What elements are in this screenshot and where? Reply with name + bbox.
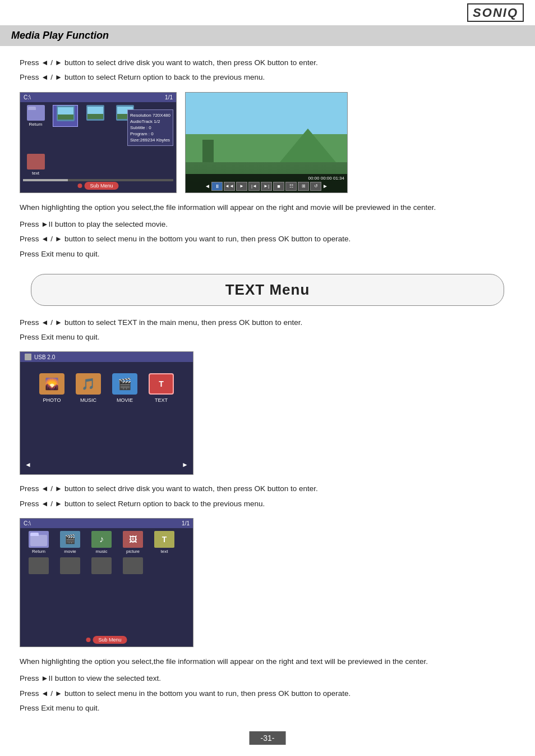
movie-symbol: 🎬: [118, 377, 132, 391]
fb2-empty-icon-2: [60, 557, 80, 574]
fb-resolution: Resolution 720X480: [130, 112, 170, 118]
fb2-music: ♪ music: [87, 531, 116, 554]
usb-photo-icon: 🌄: [39, 373, 64, 395]
movie-icon-symbol: 🎬: [64, 534, 76, 544]
play-button[interactable]: ►: [236, 182, 247, 191]
fb-program: Program : 0: [130, 131, 170, 137]
fb2-empty-icon-4: [123, 557, 143, 574]
instruction-text-1: Press ◄ / ► button to select drive disk …: [20, 58, 318, 67]
fb2-content: Return 🎬 movie ♪ music 🖼 picture: [20, 528, 193, 578]
main-content: Press ◄ / ► button to select drive disk …: [0, 57, 535, 714]
exit-text-1: Press Exit menu to quit.: [20, 250, 100, 258]
instruction-2: Press ◄ / ► button to select Return opti…: [20, 72, 515, 83]
video-landscape: [186, 93, 347, 163]
desc-block-1: When highlighting the option you select,…: [20, 201, 515, 214]
usb-left-arrow: ◄: [25, 461, 31, 469]
exit-instruction-2: Press Exit menu to quit.: [20, 703, 515, 714]
fb-return-label: Return: [29, 122, 42, 127]
skipfwd-icon: ►|: [264, 184, 269, 189]
fb2-movie: 🎬 movie: [56, 531, 84, 554]
fb-page: 1/1: [165, 94, 173, 100]
run-text: Press ◄ / ► button to select menu in the…: [20, 689, 350, 698]
usb-movie-icon: 🎬: [112, 373, 137, 395]
fb2-folder-icon: [29, 531, 49, 548]
extra-btn-1[interactable]: ☷: [285, 182, 297, 191]
instruction-1: Press ◄ / ► button to select drive disk …: [20, 57, 515, 68]
usb-music-icon: 🎵: [76, 373, 101, 395]
control-buttons-row: ◄ ◄◄ ► |◄ ►| ■ ☷ ⊞ ↺ ►: [188, 182, 344, 191]
desc-block-2: When highlighting the option you select,…: [20, 656, 515, 668]
fb-image-icon-2: [86, 105, 104, 121]
tree-shape: [202, 140, 214, 162]
fb2-bottom: Sub Menu: [86, 636, 127, 644]
fb-bottom-item: text: [23, 154, 48, 176]
text-icon-symbol: T: [162, 535, 167, 544]
fb-bottom: Sub Menu: [77, 182, 118, 190]
page-title: Media Play Function: [11, 30, 524, 42]
sub-menu-button[interactable]: Sub Menu: [84, 182, 118, 190]
exit-text-2: Press Exit menu to quit.: [20, 704, 100, 712]
usb-text-icon: T: [149, 373, 174, 395]
fb-audio: AudioTrack 1/2: [130, 118, 170, 125]
fb2-page: 1/1: [182, 520, 190, 526]
fb2-text-label: text: [161, 549, 168, 554]
fb-folder-icon: [27, 105, 45, 121]
view-instruction: Press ►II button to view the selected te…: [20, 673, 515, 684]
fb-item-1: [53, 105, 78, 127]
page-footer: -31-: [250, 731, 286, 745]
s2-text-2: Press Exit menu to quit.: [20, 333, 100, 341]
fb2-picture: 🖼 picture: [119, 531, 147, 554]
fb2-empty-icon-3: [91, 557, 112, 574]
usb-movie-item: 🎬 MOVIE: [112, 373, 137, 403]
drive-instruction-1: Press ◄ / ► button to select drive disk …: [20, 483, 515, 494]
play-instruction: Press ►II button to play the selected mo…: [20, 219, 515, 230]
usb-nav-row: ◄ ►: [20, 461, 193, 469]
extra-btn-2[interactable]: ⊞: [298, 182, 309, 191]
progress-bar-bg: [23, 179, 173, 181]
skipback-button[interactable]: |◄: [248, 182, 260, 191]
music-icon-symbol: ♪: [99, 534, 104, 544]
usb-menu-screenshot: USB 2.0 🌄 PHOTO 🎵 MUSIC 🎬 MOVIE: [20, 351, 193, 475]
fb2-music-label: music: [96, 549, 108, 554]
fb2-text: T text: [150, 531, 178, 554]
video-controls: 00:00 00:00 01:34 ◄ ◄◄ ► |◄ ►| ■ ☷ ⊞ ↺ ►: [186, 174, 347, 193]
pause-button[interactable]: [211, 182, 223, 191]
fb-image-icon: [57, 106, 75, 121]
di-text-1: Press ◄ / ► button to select drive disk …: [20, 484, 318, 493]
fb-return: Return: [23, 105, 48, 127]
screenshots-row-1: C:\ 1/1 Return: [20, 92, 515, 193]
instruction-text-2: Press ◄ / ► button to select Return opti…: [20, 73, 265, 81]
pause-icon: [215, 184, 220, 189]
extra-icon-2: ⊞: [302, 184, 306, 189]
extra-btn-3[interactable]: ↺: [310, 182, 321, 191]
skipback-icon: |◄: [251, 184, 257, 189]
fb2-sub-menu-button[interactable]: Sub Menu: [93, 636, 127, 644]
usb-icons-row: 🌄 PHOTO 🎵 MUSIC 🎬 MOVIE T TEXT: [20, 362, 193, 409]
usb-text-label: TEXT: [155, 397, 168, 403]
text-symbol: T: [159, 379, 164, 388]
rew-button[interactable]: ◄◄: [224, 182, 235, 191]
text-menu-box: TEXT Menu: [31, 274, 504, 306]
right-arrow-control: ►: [322, 183, 328, 189]
s2-text-1: Press ◄ / ► button to select TEXT in the…: [20, 318, 302, 327]
fb-bottom-icon: [27, 154, 45, 169]
rew-icon: ◄◄: [225, 184, 234, 189]
usb-music-label: MUSIC: [80, 397, 96, 403]
photo-symbol: 🌄: [45, 377, 59, 391]
menu-text: Press ◄ / ► button to select menu in the…: [20, 235, 350, 243]
stop-button[interactable]: ■: [273, 182, 284, 191]
skipfwd-button[interactable]: ►|: [261, 182, 272, 191]
progress-bar-fill: [23, 179, 68, 181]
usb-photo-item: 🌄 PHOTO: [39, 373, 64, 403]
play-text: Press ►II button to play the selected mo…: [20, 220, 168, 228]
mountain-shape: [280, 129, 336, 162]
run-instruction: Press ◄ / ► button to select menu in the…: [20, 688, 515, 699]
fb2-pic-label: picture: [126, 549, 140, 554]
text-menu-section: TEXT Menu: [20, 274, 515, 306]
pic-icon-symbol: 🖼: [129, 535, 137, 544]
stop-icon: ■: [277, 184, 280, 189]
usb-header: USB 2.0: [20, 352, 193, 362]
di-text-2: Press ◄ / ► button to select Return opti…: [20, 500, 265, 508]
fb2-return-label: Return: [32, 549, 45, 554]
usb-label: USB 2.0: [34, 354, 55, 360]
